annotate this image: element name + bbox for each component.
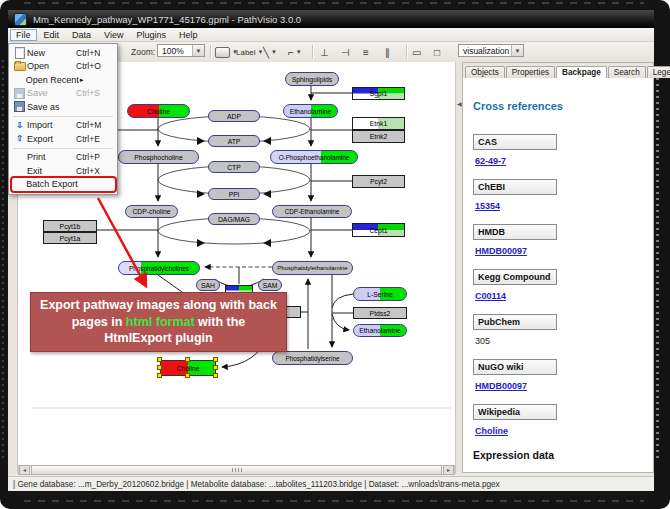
scroll-left-icon[interactable]: ◄ bbox=[19, 465, 30, 475]
node-ctp[interactable]: CTP bbox=[208, 161, 260, 173]
chevron-down-icon[interactable]: ▼ bbox=[271, 49, 277, 55]
connector-tool-button[interactable]: ⌐▼ bbox=[288, 44, 302, 60]
node-dag-mag[interactable]: DAG/MAG bbox=[208, 213, 260, 225]
node-choline-top[interactable]: Choline bbox=[127, 104, 190, 118]
xref-link[interactable]: HMDB00097 bbox=[475, 246, 653, 256]
selection-handle[interactable] bbox=[213, 365, 218, 370]
connector-icon: ⌐ bbox=[288, 47, 294, 58]
line-tool-button[interactable]: ╲▼ bbox=[263, 44, 277, 60]
collapse-left-icon[interactable]: ◀ bbox=[457, 100, 462, 107]
annotation-callout: Export pathway images along with back pa… bbox=[30, 292, 287, 352]
selection-handle[interactable] bbox=[185, 373, 190, 378]
node-ppi[interactable]: PPi bbox=[208, 188, 260, 200]
node-etnk2[interactable]: Etnk2 bbox=[352, 130, 405, 143]
thumb-grip bbox=[232, 468, 242, 472]
distribute-vertical-button[interactable]: ∥ bbox=[385, 44, 390, 60]
file-menu-item-print[interactable]: PrintCtrl+P bbox=[10, 151, 116, 165]
common-height-button[interactable]: □ bbox=[434, 44, 440, 60]
menu-file[interactable]: File bbox=[10, 29, 37, 41]
menu-plugins[interactable]: Plugins bbox=[130, 29, 172, 41]
selection-handle[interactable] bbox=[185, 357, 190, 362]
selection-handle[interactable] bbox=[213, 357, 218, 362]
menu-item-label: Save as bbox=[27, 102, 76, 112]
node-ethanolamine-bottom[interactable]: Ethanolamine bbox=[353, 324, 407, 337]
xref-link[interactable]: 15354 bbox=[475, 201, 653, 211]
node-ptdss2[interactable]: Ptdss2 bbox=[353, 307, 407, 319]
tab-objects[interactable]: Objects bbox=[465, 66, 505, 78]
menu-shortcut: Ctrl+N bbox=[76, 48, 112, 58]
xref-link[interactable]: 62-49-7 bbox=[475, 156, 653, 166]
file-menu-item-open[interactable]: OpenCtrl+O bbox=[10, 60, 116, 74]
node-cept1[interactable]: Cept1 bbox=[352, 223, 405, 237]
node-sphingolipids[interactable]: Sphingolipids bbox=[285, 72, 339, 86]
node-cdp-ethanolamine[interactable]: CDP-Ethanolamine bbox=[272, 205, 352, 218]
node-o-phosphoethanolamine[interactable]: O-Phosphoethanolamine bbox=[270, 150, 358, 164]
node-cdp-choline[interactable]: CDP-choline bbox=[125, 205, 178, 218]
export-icon: ⇧ bbox=[12, 134, 27, 143]
file-menu-item-exit[interactable]: ExitCtrl+X bbox=[10, 164, 116, 178]
xref-section-kegg-compound: Kegg CompoundC00114 bbox=[473, 269, 653, 301]
node-etnk1[interactable]: Etnk1 bbox=[352, 117, 405, 130]
chevron-down-icon[interactable]: ▼ bbox=[511, 45, 523, 56]
xref-link[interactable]: Choline bbox=[475, 426, 653, 436]
file-menu-item-save[interactable]: SaveCtrl+S bbox=[10, 87, 116, 101]
selection-handle[interactable] bbox=[213, 373, 218, 378]
node-l-serine[interactable]: L-Serine bbox=[353, 287, 407, 301]
node-phosphatidylcholines[interactable]: Phosphatidylcholines bbox=[118, 261, 200, 275]
menu-view[interactable]: View bbox=[98, 29, 129, 41]
menu-shortcut: Ctrl+P bbox=[76, 152, 112, 162]
file-menu-item-open-recent[interactable]: Open Recent► bbox=[10, 73, 116, 87]
align-center-x-button[interactable]: ⊥ bbox=[320, 44, 329, 60]
node-phosphatidylethanolamine[interactable]: Phosphatidylethanolamine bbox=[272, 261, 353, 275]
menu-item-label: Import bbox=[27, 120, 76, 130]
node-phosphatidylserine[interactable]: Phosphatidylserine bbox=[272, 351, 353, 365]
file-menu-item-batch-export[interactable]: Batch Export bbox=[10, 178, 116, 192]
node-pcyt1a[interactable]: Pcyt1a bbox=[43, 232, 97, 244]
menu-item-label: Open Recent bbox=[26, 75, 79, 85]
save-as-icon bbox=[14, 101, 25, 112]
node-pcyt2[interactable]: Pcyt2 bbox=[352, 175, 405, 188]
node-sam[interactable]: SAM bbox=[258, 279, 282, 291]
tab-legend[interactable]: Legend bbox=[647, 66, 670, 78]
align-center-y-button[interactable]: ⊣ bbox=[341, 44, 350, 60]
node-sgpl1[interactable]: Sgpl1 bbox=[352, 87, 405, 100]
chevron-down-icon[interactable]: ▼ bbox=[192, 45, 204, 56]
canvas-horizontal-scrollbar[interactable]: ◄ ► bbox=[18, 465, 455, 475]
zoom-combobox[interactable]: 100% ▼ bbox=[157, 44, 205, 57]
distribute-vertical-icon: ∥ bbox=[385, 47, 390, 58]
chevron-down-icon[interactable]: ▼ bbox=[296, 49, 302, 55]
tab-search[interactable]: Search bbox=[608, 66, 646, 78]
file-menu-item-save-as[interactable]: Save as bbox=[10, 100, 116, 114]
title-bar[interactable]: Mm_Kennedy_pathway_WP1771_45176.gpml - P… bbox=[8, 10, 654, 28]
selection-handle[interactable] bbox=[157, 365, 162, 370]
node-phosphocholine[interactable]: Phosphocholine bbox=[118, 150, 199, 164]
distribute-horizontal-button[interactable]: ≡ bbox=[363, 44, 369, 60]
selection-handle[interactable] bbox=[157, 357, 162, 362]
common-width-button[interactable]: ▭ bbox=[412, 44, 421, 60]
menu-data[interactable]: Data bbox=[66, 29, 97, 41]
node-ptdss1-box[interactable] bbox=[286, 306, 301, 318]
panel-splitter[interactable]: ◀ bbox=[455, 62, 462, 474]
xref-link[interactable]: HMDB00097 bbox=[475, 381, 653, 391]
selection-handle[interactable] bbox=[157, 373, 162, 378]
file-menu-item-import[interactable]: ⇩ImportCtrl+M bbox=[10, 119, 116, 133]
node-sah[interactable]: SAH bbox=[196, 279, 220, 291]
new-icon bbox=[15, 47, 25, 59]
menu-help[interactable]: Help bbox=[173, 29, 204, 41]
scrollbar-thumb[interactable] bbox=[31, 465, 442, 475]
file-menu-item-new[interactable]: NewCtrl+N bbox=[10, 46, 116, 60]
tab-properties[interactable]: Properties bbox=[506, 66, 555, 78]
label-tool-button[interactable]: Label▼ bbox=[236, 44, 264, 60]
node-adp[interactable]: ADP bbox=[208, 110, 260, 122]
scroll-right-icon[interactable]: ► bbox=[443, 465, 454, 475]
backpage-panel[interactable]: Cross references CAS62-49-7ChEBI15354HMD… bbox=[463, 78, 653, 472]
file-menu-item-export[interactable]: ⇧ExportCtrl+E bbox=[10, 132, 116, 146]
node-pcyt1b[interactable]: Pcyt1b bbox=[43, 220, 97, 232]
node-atp[interactable]: ATP bbox=[208, 135, 260, 147]
node-ethanolamine-top[interactable]: Ethanolamine bbox=[283, 104, 338, 118]
xref-link[interactable]: C00114 bbox=[475, 291, 653, 301]
datanode-tool-button[interactable]: ▼ bbox=[215, 44, 238, 60]
menu-shortcut: Ctrl+E bbox=[76, 134, 112, 144]
visualization-combobox[interactable]: visualization ▼ bbox=[458, 44, 524, 57]
menu-edit[interactable]: Edit bbox=[38, 29, 66, 41]
